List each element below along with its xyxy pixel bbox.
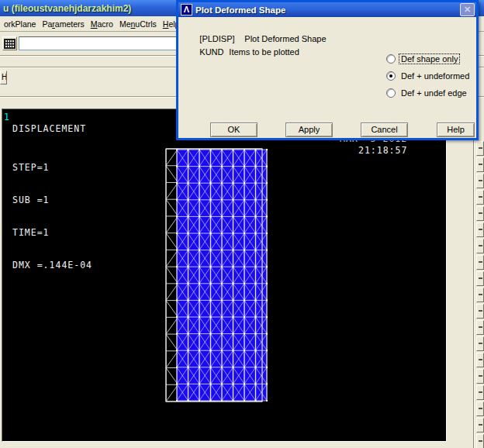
dialog-option-line: KUNDItems to be plotted: [185, 38, 299, 66]
side-toolbar-button[interactable]: [476, 418, 484, 432]
ansys-logo-icon: Λ: [181, 4, 192, 16]
right-panel-separator: [473, 109, 475, 448]
toolbar-button-fragment[interactable]: H: [0, 71, 7, 84]
side-toolbar-button[interactable]: [476, 336, 484, 351]
side-toolbar-button[interactable]: [476, 271, 484, 286]
close-icon[interactable]: ✕: [460, 3, 475, 16]
grid-keypad-icon: [4, 39, 16, 49]
side-toolbar-button[interactable]: [476, 320, 484, 335]
annotation-dmx: DMX =.144E-04: [12, 260, 92, 271]
option-code: KUND: [199, 47, 229, 57]
menu-item-macro[interactable]: Macro: [88, 18, 116, 30]
ok-button[interactable]: OK: [210, 122, 258, 137]
kund-radio-group: Def shape only Def + undeformed Def + un…: [386, 50, 471, 102]
ansys-application-window: u (fileoustvanehjdarzakhim2) orkPlane Pa…: [0, 0, 484, 448]
side-toolbar-button[interactable]: [476, 239, 484, 253]
radio-def-plus-undef-edge[interactable]: Def + undef edge: [386, 84, 471, 102]
side-toolbar-button[interactable]: [476, 288, 484, 302]
dialog-titlebar[interactable]: Λ Plot Deformed Shape ✕: [178, 2, 476, 17]
result-annotations: STEP=1 SUB =1 TIME=1 DMX =.144E-04: [12, 140, 92, 292]
side-toolbar-button[interactable]: [476, 385, 484, 400]
plot-window-number: 1: [4, 112, 10, 122]
side-toolbar-button[interactable]: [476, 434, 484, 448]
side-toolbar-button[interactable]: [476, 141, 484, 156]
side-toolbar-button[interactable]: [476, 222, 484, 237]
side-toolbar-button[interactable]: [476, 206, 484, 221]
plot-deformed-shape-dialog: Λ Plot Deformed Shape ✕ [PLDISP]Plot Def…: [176, 0, 479, 140]
apply-button[interactable]: Apply: [285, 122, 333, 137]
plot-title-displacement: DISPLACEMENT: [12, 123, 86, 134]
side-toolbar-button[interactable]: [476, 157, 484, 172]
menu-item-parameters[interactable]: Parameters: [39, 18, 87, 30]
side-toolbar-button[interactable]: [476, 190, 484, 205]
annotation-time: TIME=1: [12, 227, 92, 238]
command-input-icon-button[interactable]: [2, 36, 17, 50]
radio-icon[interactable]: [386, 54, 396, 64]
side-toolbar-button[interactable]: [476, 353, 484, 367]
main-window-title: u (fileoustvanehjdarzakhim2): [3, 3, 131, 14]
graphics-side-toolbar: [476, 141, 484, 448]
menu-item-menuctrls[interactable]: MenuCtrls: [116, 18, 160, 30]
radio-def-plus-undeformed[interactable]: Def + undeformed: [386, 67, 471, 84]
radio-icon[interactable]: [386, 88, 396, 98]
side-toolbar-button[interactable]: [476, 255, 484, 270]
side-toolbar-button[interactable]: [476, 174, 484, 188]
annotation-sub: SUB =1: [12, 195, 92, 205]
menu-item-workplane[interactable]: orkPlane: [1, 18, 39, 30]
radio-def-shape-only[interactable]: Def shape only: [386, 50, 471, 67]
help-button[interactable]: Help: [437, 122, 475, 137]
cancel-button[interactable]: Cancel: [361, 122, 408, 137]
option-text: Items to be plotted: [229, 47, 299, 57]
plot-time: 21:18:57: [358, 145, 407, 156]
side-toolbar-button[interactable]: [476, 401, 484, 416]
annotation-step: STEP=1: [12, 162, 92, 173]
radio-icon[interactable]: [386, 71, 396, 81]
dialog-title: Plot Deformed Shape: [195, 5, 460, 15]
side-toolbar-button[interactable]: [476, 304, 484, 319]
side-toolbar-button[interactable]: [476, 369, 484, 384]
